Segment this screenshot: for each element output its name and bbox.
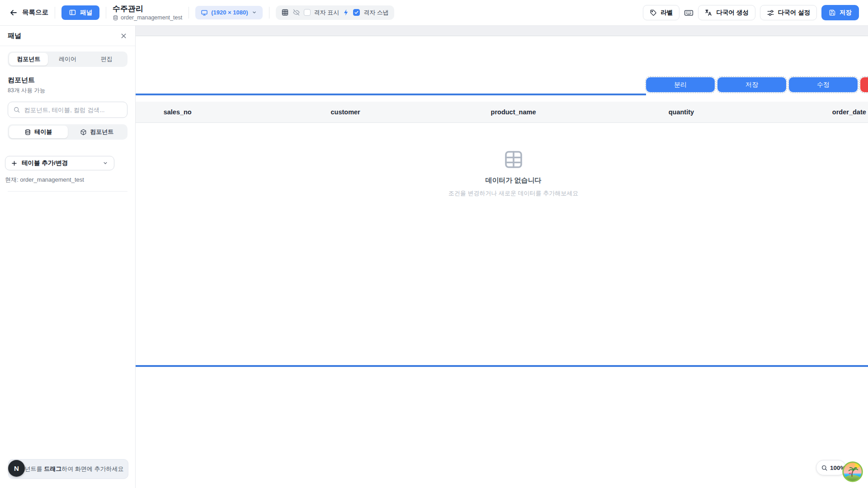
magnifier-icon bbox=[821, 465, 828, 471]
translate-icon bbox=[705, 9, 712, 17]
chevron-down-icon bbox=[102, 160, 108, 166]
save-button-label: 저장 bbox=[840, 9, 852, 17]
i18n-generate-button[interactable]: 다국어 생성 bbox=[698, 5, 755, 20]
selection-line-bottom bbox=[136, 365, 868, 367]
tab-edit[interactable]: 편집 bbox=[87, 53, 126, 66]
zoom-control[interactable]: 100% bbox=[816, 460, 846, 475]
current-table-label: 현재: order_management_test bbox=[5, 176, 135, 184]
drag-hint: 컴포넌트를 드래그하여 화면에 추가하세요 bbox=[8, 459, 128, 479]
i18n-generate-label: 다국어 생성 bbox=[716, 9, 748, 17]
database-icon bbox=[113, 15, 118, 21]
save-icon bbox=[829, 9, 836, 16]
toolbar-divider bbox=[55, 7, 55, 19]
mode-table-label: 테이블 bbox=[34, 128, 52, 136]
arrow-left-icon bbox=[9, 8, 18, 17]
selection-outline[interactable]: 저장 bbox=[717, 76, 787, 93]
database-icon bbox=[24, 129, 31, 136]
toolbar-divider bbox=[189, 7, 189, 19]
collaborator-cursor-avatar: N bbox=[8, 460, 25, 477]
panel-toggle-button[interactable]: 패널 bbox=[61, 5, 99, 20]
search-icon bbox=[13, 106, 20, 113]
page-title: 수주관리 bbox=[113, 5, 182, 14]
toolbar-divider bbox=[106, 7, 106, 19]
add-change-table-button[interactable]: 테이블 추가/변경 bbox=[5, 156, 114, 170]
tab-layers[interactable]: 레이어 bbox=[48, 53, 87, 66]
column-header[interactable]: customer bbox=[261, 108, 429, 116]
mode-component-label: 컴포넌트 bbox=[90, 128, 113, 136]
column-header[interactable]: product_name bbox=[429, 108, 597, 116]
panel-divider bbox=[8, 191, 127, 192]
grid-snap-label: 격자 스냅 bbox=[363, 9, 389, 17]
source-mode-toggle: 테이블 컴포넌트 bbox=[8, 124, 127, 140]
canvas-margin-strip bbox=[136, 26, 868, 36]
drag-hint-suffix: 하여 화면에 추가하세요 bbox=[61, 465, 123, 472]
panel-left-icon bbox=[69, 9, 76, 16]
empty-state-title: 데이터가 없습니다 bbox=[485, 176, 541, 185]
close-icon[interactable] bbox=[120, 32, 127, 40]
sliders-icon bbox=[767, 9, 774, 17]
design-canvas[interactable]: sales_no customer product_name quantity … bbox=[136, 26, 868, 488]
back-to-list-label: 목록으로 bbox=[22, 8, 48, 17]
grid-snap-checkbox[interactable] bbox=[353, 9, 360, 16]
keyboard-shortcuts-button[interactable] bbox=[684, 8, 693, 18]
panel-tabs: 컴포넌트 레이어 편집 bbox=[8, 52, 127, 67]
column-header[interactable]: order_date bbox=[765, 108, 868, 116]
add-change-table-label: 테이블 추가/변경 bbox=[22, 159, 68, 167]
resolution-selector[interactable]: (868 × 488) bbox=[195, 6, 262, 19]
plus-icon bbox=[11, 160, 18, 167]
keyboard-icon bbox=[684, 8, 693, 18]
i18n-settings-button[interactable]: 다국어 설정 bbox=[760, 5, 817, 20]
eye-off-icon bbox=[292, 9, 300, 16]
selected-button-group: 분리 저장 수정 bbox=[645, 76, 868, 93]
tab-components[interactable]: 컴포넌트 bbox=[9, 53, 48, 66]
resolution-label: (868 × 488) bbox=[211, 9, 248, 16]
column-header[interactable]: quantity bbox=[597, 108, 765, 116]
table-header-row: sales_no customer product_name quantity … bbox=[136, 102, 868, 123]
empty-state-subtitle: 조건을 변경하거나 새로운 데이터를 추가해보세요 bbox=[448, 189, 578, 197]
panel-title: 패널 bbox=[8, 32, 21, 40]
bound-table-name: order_management_test bbox=[121, 14, 182, 21]
grid-icon bbox=[281, 9, 289, 16]
canvas-button-edit[interactable]: 수정 bbox=[789, 77, 858, 92]
label-button[interactable]: 라벨 bbox=[643, 5, 679, 20]
mode-component-button[interactable]: 컴포넌트 bbox=[68, 126, 127, 138]
mode-table-button[interactable]: 테이블 bbox=[9, 126, 68, 138]
selection-outline[interactable]: 분리 bbox=[645, 76, 716, 93]
empty-table-icon bbox=[503, 149, 524, 170]
components-section-title: 컴포넌트 bbox=[8, 76, 127, 84]
drag-hint-bold: 드래그 bbox=[44, 465, 61, 472]
canvas-button-separate[interactable]: 분리 bbox=[646, 77, 715, 92]
table-component[interactable]: sales_no customer product_name quantity … bbox=[136, 95, 868, 365]
component-panel: 패널 컴포넌트 레이어 편집 컴포넌트 83개 사용 가능 테이블 bbox=[0, 26, 136, 488]
i18n-settings-label: 다국어 설정 bbox=[778, 9, 810, 17]
column-header[interactable]: sales_no bbox=[136, 108, 261, 116]
island-avatar[interactable] bbox=[842, 461, 863, 482]
table-empty-state: 데이터가 없습니다 조건을 변경하거나 새로운 데이터를 추가해보세요 bbox=[136, 149, 868, 197]
package-icon bbox=[80, 129, 87, 136]
monitor-icon bbox=[201, 9, 208, 16]
page-title-block: 수주관리 order_management_test bbox=[113, 5, 182, 21]
component-search bbox=[8, 102, 127, 118]
canvas-button-save[interactable]: 저장 bbox=[717, 77, 786, 92]
grid-show-checkbox[interactable] bbox=[304, 9, 311, 16]
chevron-down-icon bbox=[251, 9, 257, 15]
search-input[interactable] bbox=[24, 107, 122, 113]
components-available-count: 83개 사용 가능 bbox=[8, 87, 127, 94]
canvas-button-danger[interactable] bbox=[860, 77, 868, 92]
grid-settings-group: 격자 표시 격자 스냅 bbox=[276, 5, 394, 20]
collaborator-initial: N bbox=[14, 465, 19, 472]
tag-icon bbox=[650, 9, 657, 16]
top-toolbar: 목록으로 패널 수주관리 order_management_test (1920 bbox=[0, 0, 868, 26]
selection-outline[interactable] bbox=[859, 76, 868, 93]
selection-outline[interactable]: 수정 bbox=[788, 76, 859, 93]
lightning-icon bbox=[343, 9, 349, 16]
grid-show-label: 격자 표시 bbox=[314, 9, 340, 17]
label-button-label: 라벨 bbox=[660, 9, 673, 17]
toolbar-divider bbox=[269, 7, 269, 19]
panel-toggle-label: 패널 bbox=[80, 9, 92, 17]
back-to-list-button[interactable]: 목록으로 bbox=[9, 8, 48, 17]
save-button[interactable]: 저장 bbox=[821, 5, 859, 20]
